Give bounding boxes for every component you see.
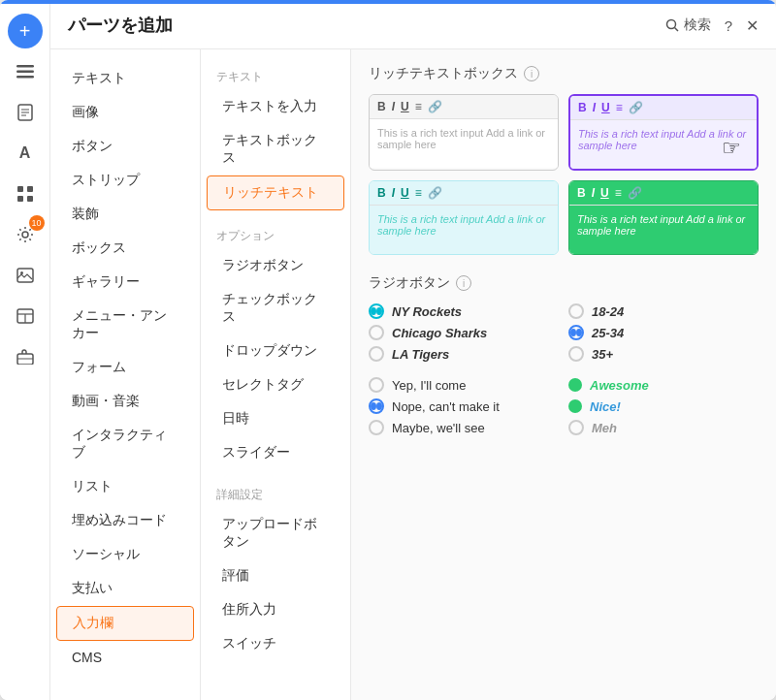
bold-icon: B (577, 186, 586, 200)
radio-label-maybe: Maybe, we'll see (392, 421, 485, 435)
cat-input[interactable]: 入力欄 (56, 606, 194, 641)
svg-line-20 (674, 28, 678, 32)
underline-icon: U (600, 186, 609, 200)
briefcase-icon-btn[interactable] (8, 339, 43, 374)
radio-label-yep: Yep, I'll come (392, 378, 466, 393)
radio-bottom-nope[interactable]: Nope, can't make it (369, 398, 559, 414)
radio-circle-yep (369, 377, 384, 393)
cat-form[interactable]: フォーム (56, 351, 194, 384)
rtb-body-green: This is a rich text input Add a link or … (569, 206, 758, 254)
subcat-switch[interactable]: スイッチ (207, 627, 344, 660)
rich-text-section-header: リッチテキストボックス i (369, 65, 759, 82)
cat-social[interactable]: ソーシャル (56, 538, 194, 571)
cat-image[interactable]: 画像 (56, 96, 194, 129)
radio-label-25: 25-34 (592, 326, 624, 340)
radio-bottom-grid: Yep, I'll come Awesome Nope, can't make … (369, 377, 759, 435)
svg-rect-2 (16, 76, 34, 79)
radio-bottom-awesome: Awesome (568, 377, 759, 393)
subcat-label-text: テキスト (201, 61, 350, 89)
preview-column: リッチテキストボックス i B I U ≡ 🔗 T (351, 49, 776, 700)
link-icon: 🔗 (428, 186, 442, 200)
label-awesome: Awesome (590, 378, 649, 393)
icon-sidebar: + A (0, 0, 50, 700)
radio-circle-18 (568, 303, 584, 319)
radio-circle-la (369, 346, 384, 362)
subcat-textbox[interactable]: テキストボックス (207, 124, 344, 175)
cat-menu[interactable]: メニュー・アンカー (56, 300, 194, 350)
settings-icon-btn[interactable]: 10 (8, 217, 43, 252)
radio-bottom-maybe[interactable]: Maybe, we'll see (369, 420, 559, 435)
underline-icon: U (401, 100, 409, 113)
svg-rect-1 (16, 71, 34, 74)
radio-item-chicago[interactable]: Chicago Sharks (369, 325, 559, 340)
svg-rect-10 (27, 196, 33, 202)
subcat-richtext[interactable]: リッチテキスト (207, 175, 344, 210)
plus-button[interactable]: + (8, 14, 43, 48)
radio-item-25[interactable]: 25-34 (568, 325, 759, 340)
radio-circle-25 (568, 325, 584, 340)
subcat-upload-btn[interactable]: アップロードボタン (207, 508, 344, 558)
subcat-label-options: オプション (201, 220, 350, 248)
cat-button[interactable]: ボタン (56, 130, 194, 163)
cat-gallery[interactable]: ギャラリー (56, 266, 194, 299)
rtb-card-green[interactable]: B I U ≡ 🔗 This is a rich text input Add … (568, 180, 759, 255)
subcat-checkbox[interactable]: チェックボックス (207, 283, 344, 334)
cat-media[interactable]: 動画・音楽 (56, 385, 194, 418)
subcat-datetime[interactable]: 日時 (207, 402, 344, 435)
cat-box[interactable]: ボックス (56, 232, 194, 265)
cat-strip[interactable]: ストリップ (56, 164, 194, 197)
svg-rect-0 (16, 65, 34, 68)
rtb-card-purple[interactable]: B I U ≡ 🔗 This is a rich text input Add … (568, 94, 759, 171)
radio-item-ny[interactable]: NY Rockets (369, 303, 559, 319)
header-actions: 検索 ? ✕ (665, 16, 759, 35)
cat-text[interactable]: テキスト (56, 62, 194, 95)
radio-label-18: 18-24 (592, 304, 624, 319)
radio-item-18[interactable]: 18-24 (568, 303, 759, 319)
help-button[interactable]: ? (725, 17, 732, 34)
search-label: 検索 (684, 16, 711, 34)
radio-circle-chicago (369, 325, 384, 340)
rich-text-info-icon[interactable]: i (524, 66, 539, 81)
subcat-review[interactable]: 評価 (207, 559, 344, 592)
rtb-toolbar-purple: B I U ≡ 🔗 (570, 96, 757, 120)
menu-icon-btn[interactable] (8, 54, 43, 89)
radio-bottom-meh: Meh (568, 420, 759, 435)
radio-item-la[interactable]: LA Tigers (369, 346, 559, 362)
svg-point-11 (22, 232, 28, 238)
apps-icon-btn[interactable] (8, 176, 43, 211)
radio-section-title: ラジオボタン (369, 274, 450, 292)
subcat-dropdown[interactable]: ドロップダウン (207, 334, 344, 367)
rtb-toolbar-green: B I U ≡ 🔗 (569, 181, 758, 206)
search-area[interactable]: 検索 (665, 16, 711, 34)
radio-bottom-yep[interactable]: Yep, I'll come (369, 377, 559, 393)
cat-cms[interactable]: CMS (56, 642, 194, 673)
image-icon-btn[interactable] (8, 258, 43, 293)
cat-interactive[interactable]: インタラクティブ (56, 419, 194, 469)
cat-payment[interactable]: 支払い (56, 572, 194, 605)
font-icon-btn[interactable]: A (8, 136, 43, 171)
align-icon: ≡ (616, 101, 623, 114)
radio-info-icon[interactable]: i (456, 275, 471, 291)
subcat-address[interactable]: 住所入力 (207, 593, 344, 626)
link-icon: 🔗 (428, 100, 442, 113)
cat-decoration[interactable]: 装飾 (56, 198, 194, 231)
close-button[interactable]: ✕ (746, 16, 759, 35)
subcat-radio[interactable]: ラジオボタン (207, 249, 344, 282)
cat-embed[interactable]: 埋め込みコード (56, 504, 194, 537)
rtb-card-gray[interactable]: B I U ≡ 🔗 This is a rich text input Add … (369, 94, 559, 171)
modal-container: + A (0, 0, 776, 700)
subcat-selecttag[interactable]: セレクトタグ (207, 368, 344, 401)
rtb-card-teal[interactable]: B I U ≡ 🔗 This is a rich text input Add … (369, 180, 559, 255)
radio-circle-nope (369, 398, 384, 414)
dot-nice (568, 399, 582, 413)
rtb-toolbar-teal: B I U ≡ 🔗 (370, 181, 558, 206)
radio-label-chicago: Chicago Sharks (392, 326, 487, 340)
cat-list[interactable]: リスト (56, 470, 194, 503)
radio-section-header: ラジオボタン i (369, 274, 759, 292)
subcat-slider[interactable]: スライダー (207, 436, 344, 469)
rtb-body-teal: This is a rich text input Add a link or … (370, 206, 558, 254)
doc-icon-btn[interactable] (8, 95, 43, 130)
subcat-text-input[interactable]: テキストを入力 (207, 90, 344, 123)
table-icon-btn[interactable] (8, 299, 43, 334)
radio-item-35[interactable]: 35+ (568, 346, 759, 362)
